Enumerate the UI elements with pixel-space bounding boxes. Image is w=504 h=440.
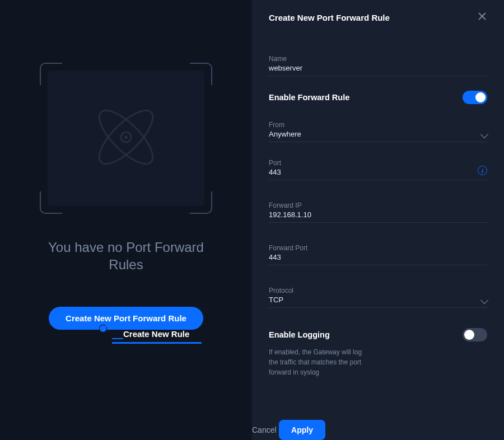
protocol-value[interactable]: TCP <box>269 296 482 307</box>
enable-logging-label: Enable Logging <box>269 330 330 339</box>
from-label: From <box>269 121 487 129</box>
empty-state-title: You have no Port Forward Rules <box>20 238 232 273</box>
port-field[interactable]: Port 443 <box>269 159 487 180</box>
forward-port-label: Forward Port <box>269 244 487 252</box>
cancel-button[interactable]: Cancel <box>252 425 277 434</box>
enable-logging-toggle[interactable] <box>463 328 487 341</box>
protocol-label: Protocol <box>269 287 487 294</box>
forward-port-value[interactable]: 443 <box>269 253 487 265</box>
enable-rule-toggle[interactable] <box>463 91 487 104</box>
close-icon[interactable] <box>477 11 487 24</box>
name-field[interactable]: Name webserver <box>269 55 487 76</box>
forward-port-field[interactable]: Forward Port 443 <box>269 244 487 265</box>
create-rule-panel: Create New Port Forward Rule Name webser… <box>252 0 504 440</box>
forward-ip-value[interactable]: 192.168.1.10 <box>269 210 487 222</box>
enable-rule-label: Enable Forward Rule <box>269 93 349 102</box>
placeholder-artwork <box>40 63 212 214</box>
name-value[interactable]: webserver <box>269 64 487 76</box>
port-value[interactable]: 443 <box>269 168 487 180</box>
port-label: Port <box>269 159 487 167</box>
svg-point-3 <box>124 135 128 139</box>
from-value[interactable]: Anywhere <box>269 130 482 142</box>
atom-icon <box>84 95 168 181</box>
from-field[interactable]: From Anywhere <box>269 121 487 142</box>
name-label: Name <box>269 55 487 63</box>
logging-help-text: If enabled, the Gateway will log the tra… <box>269 347 370 377</box>
info-icon[interactable] <box>478 166 487 175</box>
forward-ip-label: Forward IP <box>269 202 487 209</box>
apply-button[interactable]: Apply <box>279 420 325 440</box>
panel-title: Create New Port Forward Rule <box>269 13 390 22</box>
forward-ip-field[interactable]: Forward IP 192.168.1.10 <box>269 202 487 223</box>
create-port-forward-button[interactable]: Create New Port Forward Rule <box>49 307 203 330</box>
protocol-field[interactable]: Protocol TCP <box>269 287 487 308</box>
